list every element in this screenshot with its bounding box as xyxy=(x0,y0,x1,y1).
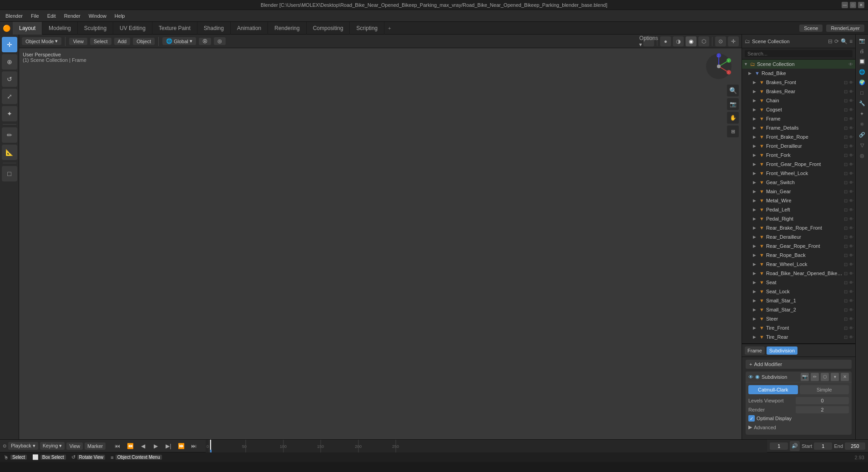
restrict-select-icon[interactable]: ⊡ xyxy=(844,316,848,321)
outliner-item[interactable]: ▶ ▼ Tire_Front ⊡ 👁 xyxy=(742,323,855,332)
restrict-select-icon[interactable]: ⊡ xyxy=(844,107,848,112)
world-props-btn[interactable]: 🌍 xyxy=(857,77,867,87)
restrict-select-icon[interactable]: ⊡ xyxy=(844,89,848,94)
tab-layout[interactable]: Layout xyxy=(13,22,42,35)
restrict-select-icon[interactable]: ⊡ xyxy=(844,80,848,85)
visibility-icon[interactable]: 👁 xyxy=(849,198,853,203)
outliner-item[interactable]: ▶ ▼ Rear_Wheel_Lock ⊡ 👁 xyxy=(742,260,855,269)
prop-tab-frame[interactable]: Frame xyxy=(745,346,765,355)
outliner-item[interactable]: ▶ ▼ Cogset ⊡ 👁 xyxy=(742,105,855,114)
restrict-select-icon[interactable]: ⊡ xyxy=(844,126,848,131)
restrict-select-icon[interactable]: ⊡ xyxy=(844,271,848,276)
outliner-item[interactable]: ▶ ▼ Frame ⊡ 👁 xyxy=(742,114,855,123)
restrict-select-icon[interactable]: ⊡ xyxy=(844,216,848,221)
outliner-item[interactable]: ▶ ▼ Front_Wheel_Lock ⊡ 👁 xyxy=(742,169,855,178)
restrict-select-icon[interactable]: ⊡ xyxy=(844,189,848,194)
start-frame-input[interactable]: 1 xyxy=(814,442,832,450)
visibility-icon[interactable]: 👁 xyxy=(849,126,853,131)
menu-window[interactable]: Window xyxy=(85,12,110,20)
visibility-icon[interactable]: 👁 xyxy=(849,107,853,112)
restrict-select-icon[interactable]: ⊡ xyxy=(844,262,848,267)
visibility-icon[interactable]: 👁 xyxy=(849,235,853,240)
render-layer-selector[interactable]: RenderLayer xyxy=(826,25,864,32)
jump-start-button[interactable]: ⏮ xyxy=(112,441,123,451)
transform-tool-button[interactable]: ✦ xyxy=(2,106,17,121)
restrict-select-icon[interactable]: ⊡ xyxy=(844,289,848,294)
maximize-button[interactable]: □ xyxy=(850,2,856,8)
next-frame-button[interactable]: ▶| xyxy=(163,441,174,451)
visibility-icon[interactable]: 👁 xyxy=(849,280,853,285)
global-dropdown[interactable]: 🌐 Global ▾ xyxy=(162,37,196,45)
outliner-item[interactable]: ▶ ▼ Road_Bike_Near_Opened_Bikeep_Parkin … xyxy=(742,269,855,278)
add-workspace-button[interactable]: + xyxy=(384,24,394,33)
outliner-item[interactable]: ▶ ▼ Small_Star_1 ⊡ 👁 xyxy=(742,296,855,305)
rotate-tool-button[interactable]: ↺ xyxy=(2,71,17,87)
restrict-select-icon[interactable]: ⊡ xyxy=(844,98,848,103)
menu-help[interactable]: Help xyxy=(111,12,129,20)
tab-compositing[interactable]: Compositing xyxy=(307,22,350,35)
tab-sculpting[interactable]: Sculpting xyxy=(78,22,113,35)
restrict-select-icon[interactable]: ⊡ xyxy=(844,153,848,158)
snap-btn[interactable]: ⦿ xyxy=(199,38,211,45)
restrict-select-icon[interactable]: ⊡ xyxy=(844,326,848,331)
restrict-select-icon[interactable]: ⊡ xyxy=(844,298,848,303)
add-modifier-button[interactable]: + Add Modifier xyxy=(746,360,852,369)
restrict-select-icon[interactable]: ⊡ xyxy=(844,144,848,149)
visibility-icon[interactable]: 👁 xyxy=(849,253,853,258)
mod-render-btn[interactable]: 📷 xyxy=(801,373,809,381)
close-button[interactable]: ✕ xyxy=(858,2,864,8)
restrict-select-icon[interactable]: ⊡ xyxy=(844,198,848,203)
viewport-shading-rendered[interactable]: ◉ xyxy=(686,36,696,46)
optimal-display-checkbox[interactable]: ✓ xyxy=(748,415,755,422)
outliner-item[interactable]: ▶ ▼ Chain ⊡ 👁 xyxy=(742,96,855,105)
outliner-item[interactable]: ▶ ▼ Brakes_Front ⊡ 👁 xyxy=(742,78,855,87)
menu-file[interactable]: File xyxy=(27,12,43,20)
restrict-select-icon[interactable]: ⊡ xyxy=(844,280,848,285)
overlay-button[interactable]: ⊙ xyxy=(715,36,726,46)
output-props-btn[interactable]: 🖨 xyxy=(857,46,867,56)
render-props-btn[interactable]: 📷 xyxy=(857,35,867,45)
outliner-item[interactable]: ▶ ▼ Rear_Rope_Back ⊡ 👁 xyxy=(742,251,855,260)
visibility-icon[interactable]: 👁 xyxy=(849,80,853,85)
visibility-icon[interactable]: 👁 xyxy=(849,216,853,221)
outliner-item[interactable]: ▶ ▼ Metal_Wire ⊡ 👁 xyxy=(742,196,855,205)
mod-cage-btn[interactable]: ⬡ xyxy=(821,373,829,381)
select-menu[interactable]: Select xyxy=(90,38,111,45)
menu-blender[interactable]: Blender xyxy=(2,12,26,20)
scene-props-btn[interactable]: 🌐 xyxy=(857,67,867,77)
object-mode-dropdown[interactable]: Object Mode ▾ xyxy=(22,37,61,45)
viewport-shading-solid[interactable]: ● xyxy=(660,36,671,46)
jump-end-button[interactable]: ⏭ xyxy=(188,441,199,451)
outliner-item[interactable]: ▶ ▼ Pedal_Right ⊡ 👁 xyxy=(742,214,855,223)
simple-button[interactable]: Simple xyxy=(800,385,849,394)
navigation-gizmo[interactable]: X Y Z xyxy=(705,53,732,80)
data-props-btn[interactable]: ▽ xyxy=(857,140,867,150)
move-tool-button[interactable]: ⊕ xyxy=(2,54,17,70)
outliner-item[interactable]: ▶ ▼ Rear_Gear_Rope_Front ⊡ 👁 xyxy=(742,241,855,251)
particles-props-btn[interactable]: ✦ xyxy=(857,109,867,119)
options-button[interactable]: Options ▾ xyxy=(643,36,654,46)
modifier-eye-icon[interactable]: 👁 xyxy=(748,374,753,380)
filter-outliner-icon[interactable]: ≡ xyxy=(849,38,853,45)
collection-root[interactable]: ▼ 🗂 Scene Collection 👁 xyxy=(742,60,855,69)
current-frame-input[interactable]: 1 xyxy=(770,442,788,450)
view-layer-props-btn[interactable]: 🔲 xyxy=(857,56,867,66)
playback-dropdown[interactable]: Playback ▾ xyxy=(8,442,38,450)
cursor-tool-button[interactable]: ✛ xyxy=(2,37,17,52)
visibility-icon[interactable]: 👁 xyxy=(849,144,853,149)
minimize-button[interactable]: — xyxy=(842,2,848,8)
tab-texture-paint[interactable]: Texture Paint xyxy=(152,22,197,35)
object-props-btn[interactable]: □ xyxy=(857,88,867,98)
keying-dropdown[interactable]: Keying ▾ xyxy=(40,442,65,450)
visibility-icon[interactable]: 👁 xyxy=(849,244,853,249)
viewport-shading-material[interactable]: ◑ xyxy=(673,36,684,46)
visibility-icon[interactable]: 👁 xyxy=(849,116,853,121)
outliner-item[interactable]: ▶ ▼ Gear_Switch ⊡ 👁 xyxy=(742,178,855,187)
view-menu[interactable]: View xyxy=(69,38,87,45)
viewport-shading-wireframe[interactable]: ⬡ xyxy=(698,36,709,46)
restrict-select-icon[interactable]: ⊡ xyxy=(844,162,848,167)
tab-rendering[interactable]: Rendering xyxy=(268,22,306,35)
visibility-icon[interactable]: 👁 xyxy=(849,335,853,340)
frame-indicator-button[interactable]: ⊙ xyxy=(3,443,6,448)
tab-uv-editing[interactable]: UV Editing xyxy=(113,22,152,35)
